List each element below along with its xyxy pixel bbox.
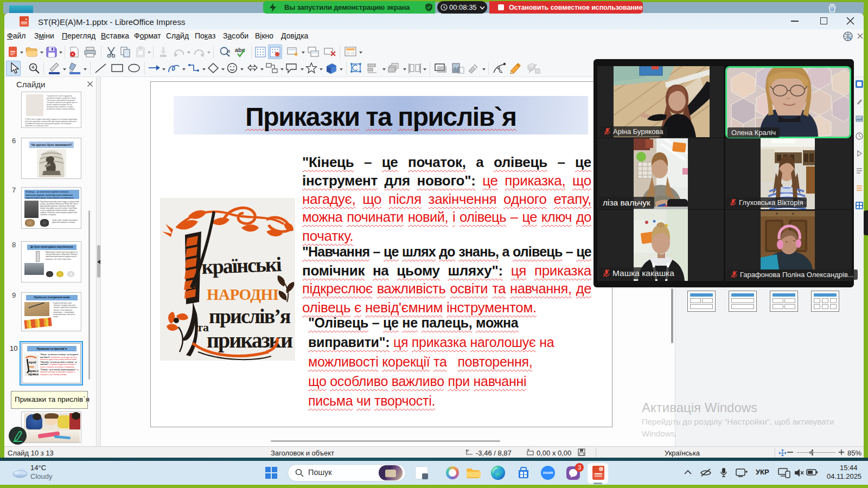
svg-text:приказки: приказки — [207, 328, 292, 352]
svg-text:нар: нар — [29, 365, 34, 368]
svg-text:країнські: країнські — [201, 253, 282, 278]
svg-text:приказ: приказ — [28, 372, 39, 376]
svg-text:НАРОДНІ: НАРОДНІ — [207, 286, 279, 303]
svg-text:краї: краї — [29, 360, 36, 364]
svg-text:прислів’я: прислів’я — [209, 305, 291, 328]
svg-text:a: a — [227, 48, 230, 54]
